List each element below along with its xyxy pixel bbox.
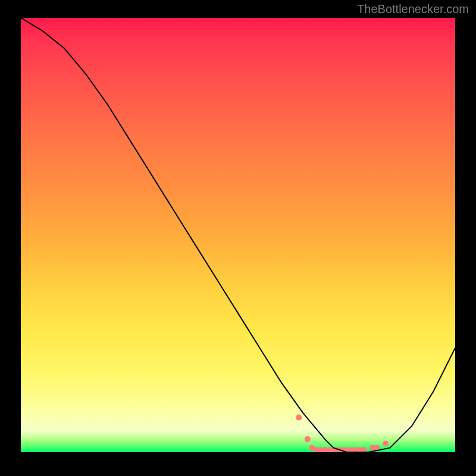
- optimal-marker-dot: [305, 436, 311, 442]
- bottleneck-curve-line: [21, 18, 455, 452]
- optimal-marker-dot: [296, 415, 302, 421]
- attribution-text: TheBottlenecker.com: [357, 2, 469, 16]
- chart-plot-area: [21, 18, 455, 452]
- chart-svg: [21, 18, 455, 452]
- optimal-marker-dot: [383, 440, 389, 446]
- optimal-marker-dot: [361, 447, 367, 452]
